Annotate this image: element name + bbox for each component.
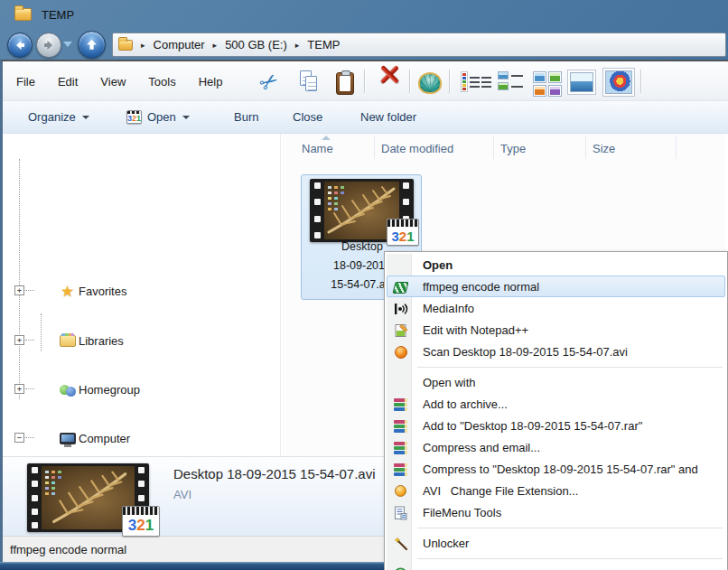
libraries-icon bbox=[59, 333, 76, 349]
menu-item-unlocker[interactable]: Unlocker bbox=[387, 532, 725, 554]
up-button[interactable] bbox=[78, 31, 106, 59]
sidebar-item-computer[interactable]: Computer bbox=[59, 429, 130, 447]
titlebar[interactable]: TEMP bbox=[0, 0, 728, 29]
explorer-window: TEMP ▸ Computer ▸ 500 GB (E:) ▸ TEMP Fil… bbox=[0, 0, 728, 570]
menu-item-filemenu-tools[interactable]: FileMenu Tools bbox=[387, 501, 725, 523]
menu-separator bbox=[387, 523, 725, 532]
breadcrumb-temp[interactable]: TEMP bbox=[307, 38, 340, 51]
delete-icon[interactable] bbox=[375, 61, 404, 87]
mediainfo-icon bbox=[393, 301, 408, 316]
sidebar-item-homegroup[interactable]: Homegroup bbox=[59, 380, 140, 398]
column-header-date-modified[interactable]: Date modified bbox=[381, 137, 453, 159]
organize-label: Organize bbox=[28, 110, 76, 124]
breadcrumb-drive[interactable]: 500 GB (E:) bbox=[225, 38, 287, 51]
menu-view[interactable]: View bbox=[100, 75, 126, 89]
sidebar-item-label: Favorites bbox=[79, 285, 126, 298]
menu-item-label: ffmpeg encode normal bbox=[423, 280, 539, 294]
menu-file[interactable]: File bbox=[16, 75, 35, 89]
menu-item-mediainfo[interactable]: MediaInfo bbox=[387, 297, 725, 319]
menu-item-label: Scan Desktop 18-09-2015 15-54-07.avi bbox=[423, 345, 628, 359]
menu-item-change-file-extension[interactable]: AVI Change File Extension... bbox=[387, 480, 725, 501]
chevron-down-icon bbox=[82, 116, 89, 119]
tree-stub bbox=[25, 290, 34, 291]
menu-item-antivirus-scan[interactable]: Scan Desktop 18-09-2015 15-54-07.avi bbox=[387, 341, 725, 362]
menu-item-compress-and-email[interactable]: Compress and email... bbox=[387, 436, 725, 458]
up-arrow-icon bbox=[85, 38, 98, 51]
menu-item-label: Add to "Desktop 18-09-2015 15-54-07.rar" bbox=[423, 419, 642, 433]
open-button[interactable]: 321 Open bbox=[126, 101, 190, 133]
winrar-icon bbox=[393, 440, 408, 455]
address-bar[interactable]: ▸ Computer ▸ 500 GB (E:) ▸ TEMP bbox=[112, 33, 726, 57]
context-menu: Open ffmpeg encode normal MediaInfo Edit… bbox=[384, 251, 728, 570]
cut-icon[interactable]: ✂ bbox=[251, 65, 286, 100]
toolbar-separator bbox=[409, 70, 410, 93]
column-separator[interactable] bbox=[374, 136, 375, 159]
menu-item-label: Edit with Notepad++ bbox=[423, 323, 528, 337]
navigation-pane: ★ Favorites + Libraries + Homegroup + Co… bbox=[3, 134, 281, 456]
video-thumbnail: 321 bbox=[310, 179, 414, 242]
shell-icon[interactable] bbox=[416, 70, 443, 96]
column-separator[interactable] bbox=[493, 136, 494, 159]
menu-item-label: AVI Change File Extension... bbox=[423, 484, 578, 498]
menu-item-label: Restore previous versions bbox=[423, 567, 558, 570]
close-button[interactable]: Close bbox=[293, 101, 322, 133]
menu-item-add-to-named-rar[interactable]: Add to "Desktop 18-09-2015 15-54-07.rar" bbox=[387, 415, 725, 436]
unlocker-wand-icon bbox=[393, 536, 408, 551]
notepad-plus-plus-icon bbox=[393, 322, 408, 338]
star-icon: ★ bbox=[59, 284, 76, 299]
back-button[interactable] bbox=[7, 33, 33, 58]
column-header-name[interactable]: Name bbox=[302, 137, 333, 159]
expand-plus-icon[interactable]: + bbox=[14, 285, 24, 295]
collapse-minus-icon[interactable]: − bbox=[14, 433, 24, 443]
sidebar-item-label: Computer bbox=[79, 432, 130, 445]
new-folder-button[interactable]: New folder bbox=[360, 101, 416, 133]
breadcrumb-arrow-icon: ▸ bbox=[141, 41, 145, 50]
view-large-icons-icon[interactable] bbox=[567, 70, 596, 95]
fern-image bbox=[42, 466, 135, 528]
history-dropdown-icon[interactable] bbox=[63, 42, 72, 47]
column-header-size[interactable]: Size bbox=[593, 137, 615, 159]
breadcrumb-computer[interactable]: Computer bbox=[154, 38, 205, 51]
menu-help[interactable]: Help bbox=[199, 75, 223, 89]
menu-item-label: MediaInfo bbox=[423, 302, 474, 315]
view-extra-large-icons-icon[interactable] bbox=[602, 68, 635, 97]
paste-icon[interactable] bbox=[333, 70, 357, 96]
menu-item-add-to-archive[interactable]: Add to archive... bbox=[387, 393, 725, 415]
toolbar-separator bbox=[364, 70, 365, 93]
menu-edit[interactable]: Edit bbox=[58, 75, 78, 89]
menu-tools[interactable]: Tools bbox=[148, 75, 175, 89]
menu-item-label: Unlocker bbox=[423, 537, 469, 550]
status-text: ffmpeg encode normal bbox=[10, 543, 126, 556]
forward-button-disabled[interactable] bbox=[36, 33, 61, 58]
details-file-type: AVI bbox=[173, 488, 191, 501]
tree-stub bbox=[25, 340, 34, 341]
column-header-type[interactable]: Type bbox=[500, 137, 526, 159]
expand-plus-icon[interactable]: + bbox=[14, 335, 24, 345]
view-details-icon[interactable] bbox=[459, 70, 491, 94]
sidebar-item-libraries[interactable]: Libraries bbox=[59, 332, 124, 350]
copy-icon[interactable] bbox=[297, 70, 322, 94]
menu-bar: File Edit View Tools Help ✂ bbox=[3, 61, 728, 101]
menu-item-open[interactable]: Open bbox=[387, 254, 725, 276]
toolbar-separator bbox=[640, 70, 641, 93]
details-video-thumbnail: 321 bbox=[27, 463, 149, 532]
winrar-icon bbox=[393, 418, 408, 434]
column-separator[interactable] bbox=[676, 136, 677, 159]
open-label: Open bbox=[147, 110, 176, 124]
column-separator[interactable] bbox=[585, 136, 586, 159]
menu-item-ffmpeg-encode-normal[interactable]: ffmpeg encode normal bbox=[387, 276, 725, 297]
expand-plus-icon[interactable]: + bbox=[14, 384, 24, 394]
chevron-down-icon bbox=[182, 116, 190, 119]
menu-item-open-with[interactable]: Open with bbox=[387, 371, 725, 393]
menu-item-edit-with-notepad-plus-plus[interactable]: Edit with Notepad++ bbox=[387, 319, 725, 341]
view-list-icon[interactable] bbox=[496, 70, 523, 94]
organize-button[interactable]: Organize bbox=[28, 101, 89, 133]
menu-item-restore-previous-versions[interactable]: Restore previous versions bbox=[387, 563, 725, 570]
burn-button[interactable]: Burn bbox=[234, 101, 258, 133]
window-title: TEMP bbox=[42, 8, 74, 22]
sidebar-item-label: Libraries bbox=[79, 334, 124, 348]
sidebar-item-favorites[interactable]: ★ Favorites bbox=[59, 282, 126, 300]
view-tiles-icon[interactable] bbox=[531, 70, 562, 97]
menu-item-compress-to-named-rar-and-email[interactable]: Compress to "Desktop 18-09-2015 15-54-07… bbox=[387, 458, 725, 480]
details-file-name: Desktop 18-09-2015 15-54-07.avi bbox=[173, 466, 375, 481]
